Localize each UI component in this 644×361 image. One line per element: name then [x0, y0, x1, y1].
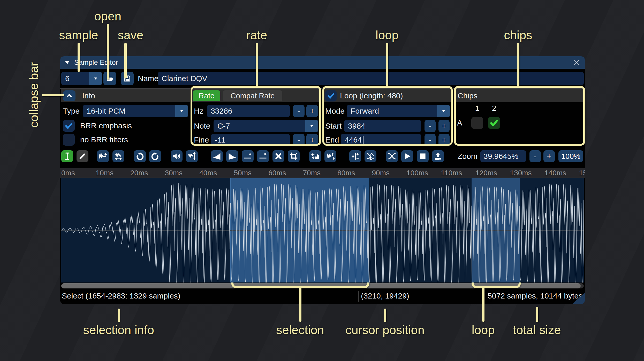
loop-start-minus-button[interactable]: - — [425, 120, 436, 132]
info-header-label: Info — [82, 91, 95, 100]
loop-end-input[interactable]: 4464 — [341, 134, 421, 146]
chevron-down-icon[interactable] — [305, 120, 318, 132]
hz-minus-button[interactable]: - — [293, 105, 305, 117]
zoom-in-button[interactable]: + — [543, 150, 555, 162]
sample-editor-window: Sample Editor 6 Name Clarinet DQV Info T… — [60, 56, 585, 304]
edit-mode-draw-button[interactable] — [77, 150, 88, 162]
sign-convert-icon — [351, 152, 360, 161]
timeline-ruler[interactable]: 0ms10ms20ms30ms40ms50ms60ms70ms80ms90ms1… — [60, 168, 585, 178]
preview-play-button[interactable] — [401, 150, 413, 162]
waveform-canvas[interactable] — [61, 178, 584, 282]
loop-header-label: Loop (length: 480) — [340, 89, 403, 102]
titlebar[interactable]: Sample Editor — [60, 56, 585, 69]
status-total-size: 5072 samples, 10144 bytes — [488, 289, 582, 303]
sample-number: 6 — [61, 74, 89, 83]
ruler-tick-label: 60ms — [268, 168, 286, 178]
create-wavetable-button[interactable] — [432, 150, 444, 162]
waveform-scrollbar-thumb[interactable] — [61, 283, 581, 288]
amplify-button[interactable] — [171, 150, 183, 162]
fine-label: Fine — [194, 134, 209, 146]
fine-input[interactable]: -11 — [211, 134, 290, 146]
ruler-tick-label: 110ms — [441, 168, 462, 178]
close-icon[interactable] — [573, 59, 581, 66]
ruler-tick-label: 90ms — [372, 168, 390, 178]
redo-icon — [151, 152, 160, 161]
stop-icon — [418, 152, 427, 161]
resize-grip[interactable] — [572, 293, 585, 304]
ruler-tick-label: 80ms — [337, 168, 355, 178]
reverse-button[interactable] — [309, 150, 321, 162]
annotation-selection: selection — [276, 323, 324, 337]
annotation-line-rate — [256, 43, 258, 87]
wave-plus-icon — [99, 152, 107, 161]
open-button[interactable] — [103, 72, 116, 85]
annotation-loop-bottom: loop — [472, 323, 495, 337]
annotation-chips: chips — [504, 28, 532, 42]
chevron-down-icon[interactable] — [437, 105, 450, 117]
chip-enable-checkbox-2[interactable] — [488, 117, 500, 129]
note-select[interactable]: C-7 — [214, 120, 318, 132]
check-icon — [327, 92, 335, 100]
crossfade-button[interactable] — [386, 150, 398, 162]
chevron-down-icon[interactable] — [89, 72, 102, 85]
tab-compat-rate[interactable]: Compat Rate — [223, 90, 282, 101]
chevron-down-icon[interactable] — [175, 105, 188, 117]
hz-plus-button[interactable]: + — [306, 105, 318, 117]
hz-input[interactable]: 33286 — [207, 105, 290, 117]
insert-silence-button[interactable] — [242, 150, 254, 162]
annotation-line-loop — [386, 43, 388, 87]
fade-in-button[interactable] — [211, 150, 223, 162]
loop-mode-select[interactable]: Forward — [347, 105, 450, 117]
resize-button[interactable] — [97, 150, 109, 162]
signedness-button[interactable] — [349, 150, 361, 162]
redo-button[interactable] — [149, 150, 161, 162]
fade-out-button[interactable] — [226, 150, 238, 162]
ruler-tick-label: 100ms — [406, 168, 428, 178]
delete-button[interactable] — [272, 150, 284, 162]
check-icon — [489, 118, 499, 128]
volume-icon — [172, 152, 181, 161]
ruler-tick-label: 30ms — [165, 168, 183, 178]
loop-end-plus-button[interactable]: + — [438, 134, 450, 146]
filter-button[interactable] — [365, 150, 376, 162]
name-input[interactable]: Clarinet DQV — [158, 72, 584, 85]
invert-button[interactable] — [324, 150, 336, 162]
fine-minus-button[interactable]: - — [293, 134, 305, 146]
trim-button[interactable] — [288, 150, 300, 162]
ruler-tick-label: 50ms — [234, 168, 252, 178]
loop-start-input[interactable]: 3984 — [344, 120, 421, 132]
check-icon — [64, 121, 73, 130]
tab-rate[interactable]: Rate — [193, 90, 220, 101]
zoom-reset-button[interactable]: 100% — [558, 150, 583, 162]
ruler-tick-label: 10ms — [96, 168, 113, 178]
undo-button[interactable] — [134, 150, 146, 162]
silence-apply-icon — [259, 152, 267, 161]
edit-mode-select-button[interactable] — [61, 150, 73, 162]
loop-end-minus-button[interactable]: - — [425, 134, 436, 146]
window-collapse-triangle-icon[interactable] — [64, 60, 70, 65]
preview-stop-button[interactable] — [417, 150, 429, 162]
collapse-bar-button[interactable] — [63, 90, 75, 101]
brr-emphasis-checkbox[interactable] — [63, 120, 75, 132]
reverse-icon — [311, 152, 320, 161]
chip-row-label: A — [457, 117, 462, 129]
status-cursor-position: (3210, 19429) — [361, 289, 409, 303]
annotation-line-chips — [517, 43, 519, 87]
fine-plus-button[interactable]: + — [306, 134, 318, 146]
loop-enable-checkbox[interactable] — [325, 90, 337, 101]
zoom-out-button[interactable]: - — [529, 150, 541, 162]
sample-selector[interactable]: 6 — [61, 72, 102, 85]
apply-silence-button[interactable] — [257, 150, 269, 162]
type-select[interactable]: 16-bit PCM — [83, 105, 188, 117]
chip-enable-checkbox-1[interactable] — [471, 117, 483, 129]
wave-stretch-icon — [114, 152, 123, 161]
no-brr-filters-checkbox[interactable] — [63, 134, 75, 146]
resample-button[interactable] — [112, 150, 124, 162]
zoom-input[interactable]: 39.9645% — [480, 150, 526, 162]
normalize-button[interactable] — [186, 150, 198, 162]
loop-mode-value: Forward — [347, 107, 437, 115]
save-button[interactable] — [121, 72, 134, 85]
delete-x-icon — [274, 152, 283, 161]
loop-start-plus-button[interactable]: + — [438, 120, 450, 132]
status-divider — [358, 291, 359, 302]
